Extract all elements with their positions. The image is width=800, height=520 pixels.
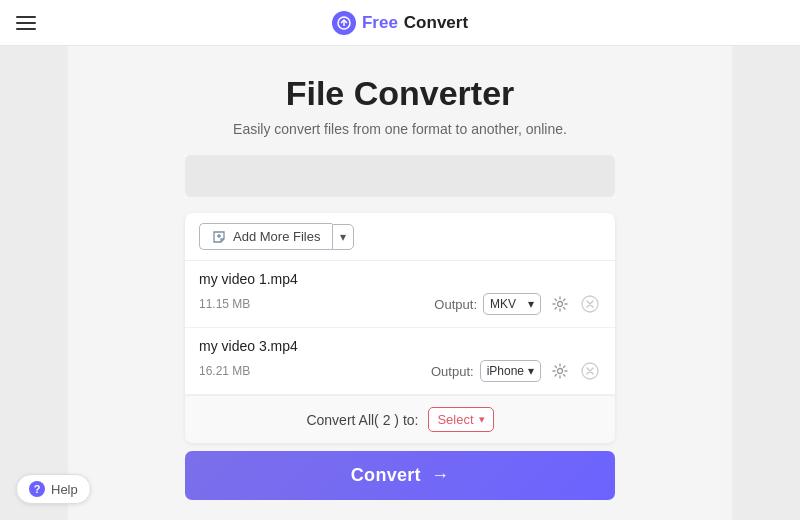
convert-button[interactable]: Convert → xyxy=(185,451,615,500)
gear-icon xyxy=(552,363,568,379)
format-value-2: iPhone xyxy=(487,364,524,378)
sidebar-right xyxy=(732,46,800,520)
format-select-1[interactable]: MKV ▾ xyxy=(483,293,541,315)
file-meta: 16.21 MB Output: iPhone ▾ xyxy=(199,358,601,384)
convert-all-bar: Convert All( 2 ) to: Select ▾ xyxy=(185,395,615,443)
file-size: 11.15 MB xyxy=(199,297,250,311)
help-label: Help xyxy=(51,482,78,497)
select-chevron-icon: ▾ xyxy=(479,413,485,426)
file-size: 16.21 MB xyxy=(199,364,250,378)
convert-arrow-icon: → xyxy=(431,465,449,486)
file-item: my video 3.mp4 16.21 MB Output: iPhone ▾ xyxy=(185,328,615,395)
settings-button-2[interactable] xyxy=(547,358,573,384)
chevron-down-icon: ▾ xyxy=(340,230,346,244)
logo: FreeConvert xyxy=(332,11,468,35)
header: FreeConvert xyxy=(0,0,800,46)
convert-button-label: Convert xyxy=(351,465,421,486)
add-files-dropdown-button[interactable]: ▾ xyxy=(332,224,354,250)
file-meta: 11.15 MB Output: MKV ▾ xyxy=(199,291,601,317)
close-icon xyxy=(581,295,599,313)
logo-convert-text: Convert xyxy=(404,13,468,33)
svg-point-3 xyxy=(558,369,563,374)
convert-all-label: Convert All( 2 ) to: xyxy=(306,412,418,428)
file-name: my video 3.mp4 xyxy=(199,338,601,354)
remove-file-2-button[interactable] xyxy=(579,360,601,382)
output-label: Output: xyxy=(431,364,474,379)
output-label: Output: xyxy=(434,297,477,312)
add-files-bar: Add More Files ▾ xyxy=(185,213,615,261)
page-title: File Converter xyxy=(286,74,515,113)
format-chevron-icon: ▾ xyxy=(528,364,534,378)
converter-card: Add More Files ▾ my video 1.mp4 11.15 MB… xyxy=(185,213,615,443)
add-files-button[interactable]: Add More Files xyxy=(199,223,332,250)
gear-icon xyxy=(552,296,568,312)
file-output: Output: iPhone ▾ xyxy=(431,358,601,384)
drop-zone[interactable] xyxy=(185,155,615,197)
close-icon xyxy=(581,362,599,380)
menu-button[interactable] xyxy=(16,16,36,30)
settings-button-1[interactable] xyxy=(547,291,573,317)
add-files-label: Add More Files xyxy=(233,229,320,244)
logo-free-text: Free xyxy=(362,13,398,33)
select-format-dropdown[interactable]: Select ▾ xyxy=(428,407,493,432)
page-subtitle: Easily convert files from one format to … xyxy=(233,121,567,137)
help-icon: ? xyxy=(29,481,45,497)
logo-icon xyxy=(332,11,356,35)
remove-file-1-button[interactable] xyxy=(579,293,601,315)
help-button[interactable]: ? Help xyxy=(16,474,91,504)
select-label: Select xyxy=(437,412,473,427)
svg-point-1 xyxy=(558,302,563,307)
format-select-2[interactable]: iPhone ▾ xyxy=(480,360,541,382)
format-value-1: MKV xyxy=(490,297,516,311)
main-content: File Converter Easily convert files from… xyxy=(68,46,732,520)
file-name: my video 1.mp4 xyxy=(199,271,601,287)
file-icon xyxy=(212,230,226,244)
file-output: Output: MKV ▾ xyxy=(434,291,601,317)
sidebar-left xyxy=(0,46,68,520)
format-chevron-icon: ▾ xyxy=(528,297,534,311)
page-body: File Converter Easily convert files from… xyxy=(0,46,800,520)
file-item: my video 1.mp4 11.15 MB Output: MKV ▾ xyxy=(185,261,615,328)
